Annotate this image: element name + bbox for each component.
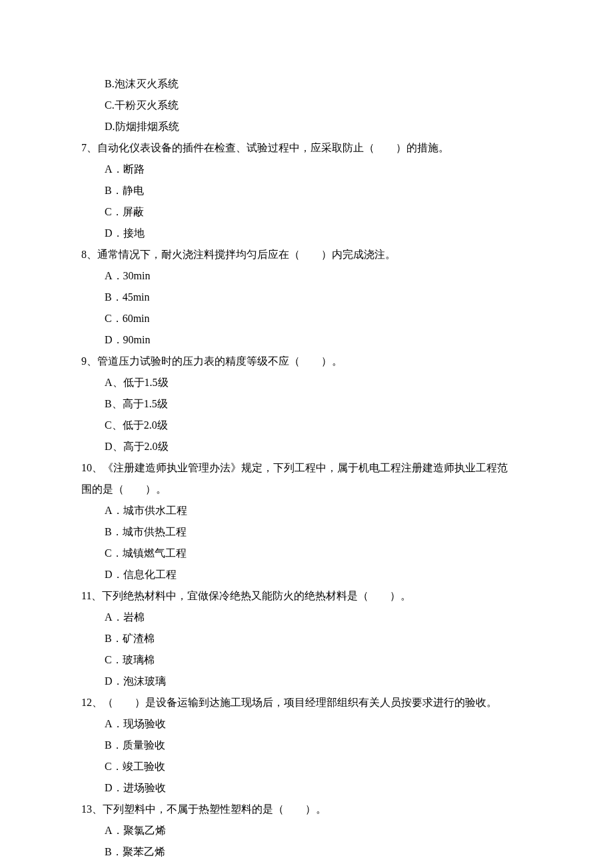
option-b: B．聚苯乙烯 <box>81 841 532 863</box>
option-b: B、高于1.5级 <box>81 393 532 415</box>
option-c: C．城镇燃气工程 <box>81 543 532 564</box>
question-10-stem-line1: 10、《注册建造师执业管理办法》规定，下列工程中，属于机电工程注册建造师执业工程… <box>81 457 532 479</box>
question-11-stem: 11、下列绝热材料中，宜做保冷绝热又能防火的绝热材料是（ ）。 <box>81 585 532 607</box>
option-b: B．45min <box>81 287 532 308</box>
option-c: C.干粉灭火系统 <box>81 95 532 116</box>
option-b: B．城市供热工程 <box>81 521 532 543</box>
option-c: C．竣工验收 <box>81 756 532 777</box>
question-9-stem: 9、管道压力试验时的压力表的精度等级不应（ ）。 <box>81 351 532 372</box>
question-12-stem: 12、（ ）是设备运输到达施工现场后，项目经理部组织有关人员按要求进行的验收。 <box>81 692 532 713</box>
option-d: D．进场验收 <box>81 777 532 799</box>
question-10-stem-line2: 围的是（ ）。 <box>81 479 532 500</box>
option-a: A、低于1.5级 <box>81 372 532 393</box>
option-c: C．60min <box>81 308 532 329</box>
option-d: D．90min <box>81 329 532 351</box>
option-a: A．聚氯乙烯 <box>81 820 532 841</box>
question-13-stem: 13、下列塑料中，不属于热塑性塑料的是（ ）。 <box>81 799 532 820</box>
option-b: B.泡沫灭火系统 <box>81 73 532 95</box>
option-c: C．聚丙烯 <box>81 863 532 868</box>
option-b: B．矿渣棉 <box>81 628 532 649</box>
option-d: D．接地 <box>81 223 532 244</box>
option-d: D．泡沫玻璃 <box>81 671 532 692</box>
option-c: C、低于2.0级 <box>81 415 532 436</box>
option-d: D．信息化工程 <box>81 564 532 585</box>
option-a: A．30min <box>81 265 532 287</box>
question-7-stem: 7、自动化仪表设备的插件在检查、试验过程中，应采取防止（ ）的措施。 <box>81 137 532 159</box>
option-c: C．玻璃棉 <box>81 649 532 671</box>
option-b: B．静电 <box>81 180 532 201</box>
option-d: D、高于2.0级 <box>81 436 532 457</box>
option-b: B．质量验收 <box>81 735 532 756</box>
question-8-stem: 8、通常情况下，耐火浇注料搅拌均匀后应在（ ）内完成浇注。 <box>81 244 532 265</box>
option-a: A．岩棉 <box>81 607 532 628</box>
option-a: A．城市供水工程 <box>81 500 532 521</box>
option-a: A．断路 <box>81 159 532 180</box>
option-c: C．屏蔽 <box>81 201 532 223</box>
option-a: A．现场验收 <box>81 713 532 735</box>
option-d: D.防烟排烟系统 <box>81 116 532 137</box>
